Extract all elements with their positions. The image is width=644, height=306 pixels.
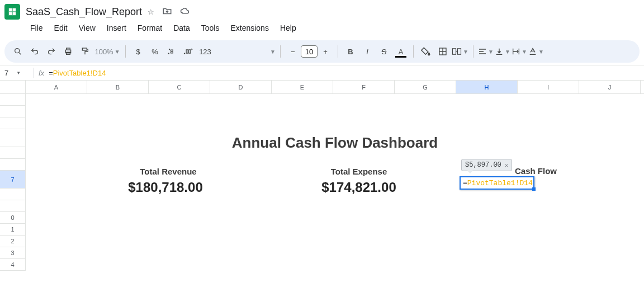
column-header-g[interactable]: G	[395, 81, 456, 93]
row-header[interactable]: 0	[0, 212, 25, 224]
zoom-dropdown[interactable]: 100%▼	[94, 44, 121, 59]
preview-value: $5,897.00	[465, 161, 501, 169]
row-header[interactable]	[0, 106, 25, 117]
print-button[interactable]	[60, 44, 76, 59]
active-cell-editor[interactable]: =PivotTable1!D14	[460, 176, 534, 190]
column-header-a[interactable]: A	[26, 81, 87, 93]
row-header[interactable]	[0, 200, 25, 212]
row-header[interactable]	[0, 129, 25, 147]
strikethrough-button[interactable]: S	[376, 44, 392, 59]
menu-format[interactable]: Format	[133, 21, 167, 35]
row-header[interactable]: 2	[0, 236, 25, 247]
borders-button[interactable]	[435, 44, 451, 59]
horizontal-align-button[interactable]: ▼	[478, 44, 494, 59]
total-expense-label: Total Expense	[297, 167, 420, 176]
font-family-dropdown[interactable]: ▼	[214, 44, 276, 59]
row-header[interactable]	[0, 117, 25, 129]
text-wrap-button[interactable]: ▼	[512, 44, 527, 59]
column-header-e[interactable]: E	[272, 81, 333, 93]
bold-button[interactable]: B	[343, 44, 358, 59]
svg-rect-3	[9, 12, 12, 15]
cells[interactable]: Annual Cash Flow Dashboard Total Revenue…	[26, 94, 644, 271]
separator	[338, 45, 338, 58]
document-title[interactable]: SaaS_Cash_Flow_Report	[26, 6, 142, 18]
separator	[34, 68, 34, 78]
row-header[interactable]: 1	[0, 224, 25, 236]
italic-button[interactable]: I	[359, 44, 375, 59]
row-header[interactable]: 3	[0, 247, 25, 259]
menu-help[interactable]: Help	[276, 21, 301, 35]
formula-reference: PivotTable1!D14	[53, 69, 106, 77]
decrease-font-size-button[interactable]: −	[285, 44, 301, 59]
column-header-d[interactable]: D	[210, 81, 272, 93]
column-header-c[interactable]: C	[149, 81, 210, 93]
column-header-h[interactable]: H	[456, 81, 518, 93]
paint-format-button[interactable]	[77, 44, 93, 59]
row-header[interactable]	[0, 159, 25, 171]
menu-tools[interactable]: Tools	[197, 21, 224, 35]
svg-rect-17	[458, 49, 461, 55]
name-box[interactable]: 7 ▼	[0, 69, 29, 77]
menu-bar: File Edit View Insert Format Data Tools …	[0, 20, 644, 38]
column-header-b[interactable]: B	[87, 81, 149, 93]
svg-rect-4	[13, 12, 16, 15]
svg-rect-1	[9, 8, 12, 11]
fill-color-button[interactable]	[418, 44, 434, 59]
select-all-corner[interactable]	[0, 81, 26, 93]
format-percent-button[interactable]: %	[147, 44, 163, 59]
menu-view[interactable]: View	[74, 21, 100, 35]
spreadsheet-grid: ABCDEFGHIJ 701234 Annual Cash Flow Dashb…	[0, 81, 644, 271]
svg-line-6	[19, 53, 21, 54]
font-size-input[interactable]	[301, 45, 318, 58]
search-menus-icon[interactable]	[10, 44, 26, 59]
separator	[413, 45, 414, 58]
increase-font-size-button[interactable]: +	[318, 44, 333, 59]
svg-point-5	[15, 49, 20, 53]
sheets-icon	[7, 7, 17, 17]
row-header[interactable]	[0, 189, 25, 200]
formula-input[interactable]: =PivotTable1!D14	[49, 69, 644, 77]
formula-result-preview: $5,897.00 ✕	[461, 159, 512, 171]
close-icon[interactable]: ✕	[505, 162, 509, 169]
row-header[interactable]	[0, 147, 25, 159]
cloud-status-icon[interactable]	[180, 6, 190, 18]
text-color-button[interactable]: A	[393, 44, 409, 59]
increase-decimal-button[interactable]	[181, 44, 196, 59]
column-header-j[interactable]: J	[579, 81, 641, 93]
chevron-down-icon: ▼	[16, 70, 21, 76]
menu-data[interactable]: Data	[169, 21, 195, 35]
sheets-app-icon[interactable]	[4, 4, 20, 20]
total-expense-value: $174,821.00	[286, 180, 432, 195]
move-to-folder-icon[interactable]	[162, 6, 172, 18]
svg-rect-9	[67, 48, 70, 50]
format-currency-button[interactable]: $	[130, 44, 146, 59]
decrease-decimal-button[interactable]	[164, 44, 179, 59]
menu-edit[interactable]: Edit	[50, 21, 72, 35]
fx-icon: fx	[39, 69, 44, 77]
menu-insert[interactable]: Insert	[102, 21, 131, 35]
formula-equals: =	[49, 69, 53, 77]
row-header[interactable]: 7	[0, 171, 25, 189]
undo-button[interactable]	[27, 44, 42, 59]
name-box-value: 7	[4, 69, 8, 77]
svg-point-12	[184, 53, 185, 54]
star-icon[interactable]: ☆	[148, 8, 154, 16]
title-bar: SaaS_Cash_Flow_Report ☆	[0, 0, 644, 20]
menu-file[interactable]: File	[26, 21, 48, 35]
total-revenue-value: $180,718.00	[93, 180, 238, 195]
vertical-align-button[interactable]: ▼	[495, 44, 510, 59]
separator	[473, 45, 473, 58]
svg-rect-8	[67, 52, 70, 54]
menu-extensions[interactable]: Extensions	[226, 21, 273, 35]
text-rotation-button[interactable]: ▼	[528, 44, 544, 59]
merge-cells-button[interactable]: ▼	[452, 44, 468, 59]
column-header-f[interactable]: F	[333, 81, 395, 93]
more-formats-button[interactable]: 123	[197, 44, 213, 59]
redo-button[interactable]	[44, 44, 59, 59]
total-revenue-label: Total Revenue	[110, 167, 227, 176]
row-header[interactable]	[0, 94, 25, 106]
column-header-i[interactable]: I	[518, 81, 579, 93]
row-header[interactable]: 4	[0, 259, 25, 271]
separator	[125, 45, 126, 58]
svg-rect-2	[13, 8, 16, 11]
